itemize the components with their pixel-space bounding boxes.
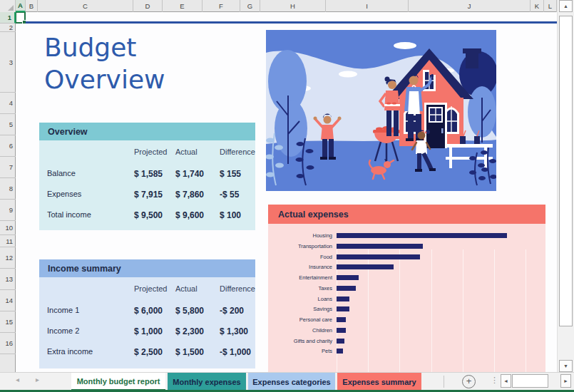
column-header-G[interactable]: G — [240, 0, 260, 12]
column-header-A[interactable]: A — [16, 0, 26, 12]
chart-gridline — [463, 249, 463, 372]
family-bbq-illustration[interactable] — [266, 30, 496, 191]
column-header-B[interactable]: B — [26, 0, 38, 12]
page-title: Budget Overview — [44, 31, 251, 96]
chart-category-label: Transportation — [247, 243, 332, 249]
column-header-H[interactable]: H — [260, 0, 326, 12]
row-header-12[interactable]: 12 — [0, 247, 16, 269]
chart-bar — [337, 254, 420, 259]
sheet-tab-monthly-budget-report[interactable]: Monthly budget report — [71, 373, 165, 391]
row-header-4[interactable]: 4 — [0, 93, 16, 114]
value-cell: $ 7,915 — [134, 190, 163, 200]
chart-bar — [337, 317, 346, 322]
sheet-tab-monthly-expenses[interactable]: Monthly expenses — [168, 373, 246, 391]
row-header-1[interactable]: 1 — [0, 12, 16, 24]
value-cell: $ 100 — [220, 210, 241, 220]
column-header-E[interactable]: E — [163, 0, 203, 12]
row-header-8[interactable]: 8 — [0, 178, 16, 200]
table-row: Balance$ 1,585$ 1,740$ 155 — [39, 169, 255, 180]
scroll-up-button[interactable]: ▲ — [559, 0, 573, 12]
column-header-F[interactable]: F — [203, 0, 240, 12]
column-headers: ABCDEFGHIJKL — [0, 0, 557, 12]
row-header-7[interactable]: 7 — [0, 157, 16, 178]
row-header-5[interactable]: 5 — [0, 114, 16, 135]
chart-category-label: Taxes — [247, 285, 332, 292]
chart-gridline — [494, 249, 495, 372]
row-header-2[interactable]: 2 — [0, 24, 16, 32]
chart-title: Actual expenses — [268, 205, 545, 224]
column-header-C[interactable]: C — [38, 0, 133, 12]
value-cell: $ 6,000 — [134, 306, 163, 316]
row-header-3[interactable]: 3 — [0, 32, 16, 93]
income-summary-table: Income summary ProjectedActualDifference… — [39, 259, 255, 368]
row-header-14[interactable]: 14 — [0, 290, 16, 311]
vertical-scrollbar[interactable]: ▲ ▼ — [557, 0, 574, 372]
chart-bar — [337, 328, 346, 333]
value-cell: -$ 200 — [220, 306, 244, 316]
sheet-grid[interactable]: Budget Overview Overview ProjectedActual… — [16, 12, 557, 372]
chart-plot-area: $-$500$1,000$1,500$2,000$2,500$3,000Hous… — [268, 224, 545, 372]
column-header-K[interactable]: K — [531, 0, 544, 12]
chart-bar — [337, 233, 507, 238]
row-header-6[interactable]: 6 — [0, 135, 16, 157]
actual-expenses-chart[interactable]: Actual expenses $-$500$1,000$1,500$2,000… — [268, 205, 545, 372]
table-row: Income 2$ 1,000$ 2,300$ 1,300 — [39, 326, 255, 338]
value-cell: $ 1,740 — [175, 169, 204, 179]
chart-bar — [337, 264, 394, 269]
row-label: Income 1 — [47, 306, 79, 314]
tab-overflow-menu-icon[interactable]: ⋮ — [491, 376, 498, 385]
overview-table-title: Overview — [39, 123, 255, 140]
tab-divider — [444, 376, 444, 388]
sheet-tab-expenses-categories[interactable]: Expenses categories — [248, 373, 335, 391]
row-header-16[interactable]: 16 — [0, 333, 16, 354]
chart-category-label: Children — [247, 327, 332, 334]
row-header-13[interactable]: 13 — [0, 269, 16, 290]
row-label: Total income — [47, 210, 91, 219]
column-header-L[interactable]: L — [544, 0, 557, 12]
chart-bar — [337, 349, 343, 354]
chart-category-label: Gifts and charity — [247, 338, 332, 344]
row-header-11[interactable]: 11 — [0, 235, 16, 247]
value-cell: $ 1,500 — [175, 347, 204, 357]
chart-category-label: Loans — [247, 296, 332, 302]
horizontal-scroll-thumb[interactable] — [512, 374, 548, 388]
tab-nav-right-icon[interactable]: ▸ — [36, 376, 39, 383]
sheet-tab-bar: ◂ ▸ Monthly budget reportMonthly expense… — [0, 372, 574, 390]
income-summary-table-body: ProjectedActualDifferenceIncome 1$ 6,000… — [39, 277, 255, 368]
scroll-right-button[interactable]: ► — [560, 374, 571, 388]
chart-bar — [337, 296, 349, 301]
row-label: Income 2 — [47, 326, 79, 335]
income-summary-table-title: Income summary — [39, 259, 255, 277]
value-cell: $ 1,000 — [134, 326, 163, 336]
table-row: Total income$ 9,500$ 9,600$ 100 — [39, 210, 255, 222]
overview-table: Overview ProjectedActualDifferenceBalanc… — [39, 123, 255, 230]
tab-nav-left-icon[interactable]: ◂ — [16, 376, 19, 383]
chart-gridline — [399, 249, 400, 372]
chart-bar — [337, 339, 344, 344]
value-cell: $ 1,300 — [220, 326, 248, 336]
table-row: Income 1$ 6,000$ 5,800-$ 200 — [39, 306, 255, 317]
horizontal-scrollbar[interactable]: ◄ ► — [499, 374, 574, 389]
row-header-9[interactable]: 9 — [0, 200, 16, 221]
new-sheet-button[interactable]: + — [462, 375, 476, 388]
spreadsheet-window: ABCDEFGHIJKL 12345678910111213141516 Bud… — [0, 0, 574, 392]
value-cell: $ 1,585 — [134, 169, 163, 179]
value-cell: -$ 55 — [220, 190, 239, 200]
chart-category-label: Personal care — [247, 316, 332, 323]
column-header-J[interactable]: J — [409, 0, 531, 12]
sheet-tab-expenses-summary[interactable]: Expenses summary — [337, 373, 421, 391]
sheet-tabs: Monthly budget reportMonthly expensesExp… — [71, 373, 424, 391]
vertical-scroll-thumb[interactable] — [559, 16, 573, 326]
overview-table-body: ProjectedActualDifferenceBalance$ 1,585$… — [39, 140, 255, 230]
column-header-D[interactable]: D — [133, 0, 163, 12]
column-header-I[interactable]: I — [326, 0, 409, 12]
scroll-left-button[interactable]: ◄ — [501, 374, 511, 388]
chart-bar — [337, 286, 356, 291]
select-all-corner[interactable] — [0, 0, 16, 12]
row-header-15[interactable]: 15 — [0, 311, 16, 333]
chart-gridline — [526, 249, 526, 372]
scroll-down-button[interactable]: ▼ — [559, 360, 573, 372]
table-row: Extra income$ 2,500$ 1,500-$ 1,000 — [39, 347, 255, 359]
row-header-10[interactable]: 10 — [0, 221, 16, 235]
selected-cell-a1[interactable] — [16, 12, 26, 24]
